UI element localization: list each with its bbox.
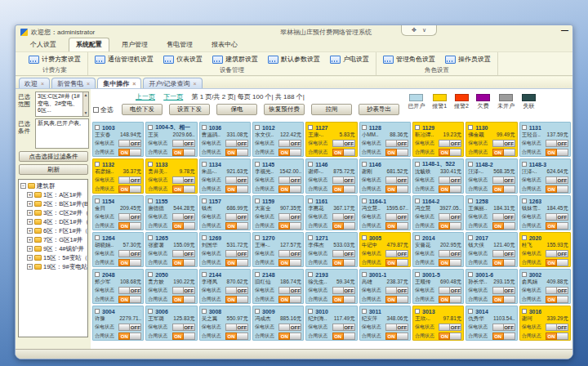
- protect-status-toggle[interactable]: OFF: [439, 176, 461, 184]
- card-checkbox[interactable]: [148, 162, 153, 167]
- close-icon[interactable]: ×: [87, 81, 90, 87]
- card-checkbox[interactable]: [202, 272, 207, 277]
- card-checkbox[interactable]: [255, 235, 260, 240]
- expand-box-icon[interactable]: +: [27, 237, 33, 243]
- card-checkbox[interactable]: [202, 309, 207, 314]
- card-checkbox[interactable]: [362, 162, 367, 167]
- chevron-down-icon[interactable]: ∨: [422, 27, 426, 33]
- protect-status-toggle[interactable]: OFF: [492, 287, 515, 294]
- close-status-toggle[interactable]: ON: [385, 333, 408, 340]
- tree-item-1[interactable]: +1区：A区1#井: [20, 190, 87, 199]
- card-checkbox[interactable]: [148, 309, 153, 314]
- close-status-toggle[interactable]: ON: [118, 259, 141, 266]
- protect-status-toggle[interactable]: OFF: [385, 324, 408, 331]
- protect-status-toggle[interactable]: OFF: [225, 324, 248, 331]
- protect-status-toggle[interactable]: OFF: [332, 287, 355, 294]
- close-status-toggle[interactable]: ON: [385, 149, 408, 156]
- card-checkbox[interactable]: [202, 162, 207, 167]
- protect-status-toggle[interactable]: OFF: [278, 176, 301, 184]
- card-checkbox[interactable]: [95, 199, 100, 203]
- close-status-toggle[interactable]: ON: [118, 222, 141, 230]
- card-checkbox[interactable]: [415, 235, 420, 240]
- card-checkbox[interactable]: [415, 162, 420, 167]
- doc-tab-3[interactable]: 集中操作×: [97, 78, 141, 88]
- close-status-toggle[interactable]: ON: [225, 222, 248, 230]
- card-checkbox[interactable]: [415, 125, 420, 130]
- protect-status-toggle[interactable]: OFF: [492, 213, 515, 221]
- close-status-toggle[interactable]: ON: [332, 222, 355, 230]
- close-status-toggle[interactable]: ON: [172, 222, 195, 230]
- menu-tab-1[interactable]: 个人设置: [24, 38, 63, 51]
- protect-status-toggle[interactable]: OFF: [385, 250, 408, 257]
- protect-status-toggle[interactable]: OFF: [546, 213, 568, 221]
- card-checkbox[interactable]: [95, 272, 100, 277]
- menu-tab-3[interactable]: 用户管理: [115, 38, 154, 51]
- close-status-toggle[interactable]: ON: [172, 333, 195, 340]
- protect-status-toggle[interactable]: OFF: [546, 176, 568, 184]
- protect-status-toggle[interactable]: OFF: [172, 213, 195, 221]
- card-checkbox[interactable]: [202, 199, 207, 203]
- protect-status-toggle[interactable]: OFF: [546, 140, 568, 147]
- close-status-toggle[interactable]: ON: [278, 149, 301, 156]
- next-page-link[interactable]: 下一页: [163, 93, 183, 100]
- card-checkbox[interactable]: [255, 199, 260, 203]
- close-status-toggle[interactable]: ON: [546, 222, 568, 230]
- refresh-button[interactable]: 刷新: [19, 164, 88, 175]
- toolbar-button-6[interactable]: 抄表导出: [359, 104, 399, 115]
- close-status-toggle[interactable]: ON: [492, 333, 515, 340]
- close-status-toggle[interactable]: ON: [225, 149, 248, 156]
- close-status-toggle[interactable]: ON: [385, 296, 408, 303]
- card-checkbox[interactable]: [522, 125, 527, 130]
- selected-range-box[interactable]: 3区:C区2#井 (1#变电、2#变电、6区... ▲ ▼: [35, 92, 89, 117]
- card-checkbox[interactable]: [468, 125, 473, 130]
- close-status-toggle[interactable]: ON: [278, 296, 301, 303]
- card-checkbox[interactable]: [468, 309, 473, 314]
- protect-status-toggle[interactable]: OFF: [385, 213, 408, 221]
- protect-status-toggle[interactable]: OFF: [278, 140, 301, 147]
- card-checkbox[interactable]: [468, 272, 473, 277]
- expand-box-icon[interactable]: +: [27, 246, 33, 252]
- close-status-toggle[interactable]: ON: [439, 333, 461, 340]
- toolbar-button-5[interactable]: 拉闸: [311, 104, 352, 115]
- scroll-up-icon[interactable]: ▲: [83, 92, 88, 98]
- card-checkbox[interactable]: [362, 235, 367, 240]
- close-icon[interactable]: ×: [41, 81, 44, 87]
- card-checkbox[interactable]: [308, 162, 313, 167]
- card-checkbox[interactable]: [202, 125, 207, 130]
- card-checkbox[interactable]: [522, 309, 527, 314]
- close-status-toggle[interactable]: ON: [118, 185, 141, 193]
- tree-item-5[interactable]: +6区：F区1#井（F区1#...: [20, 226, 87, 235]
- card-checkbox[interactable]: [255, 125, 260, 130]
- card-checkbox[interactable]: [308, 272, 313, 277]
- card-checkbox[interactable]: [308, 309, 313, 314]
- card-checkbox[interactable]: [415, 309, 420, 314]
- close-status-toggle[interactable]: ON: [439, 259, 461, 266]
- protect-status-toggle[interactable]: OFF: [492, 140, 515, 147]
- protect-status-toggle[interactable]: OFF: [225, 140, 248, 147]
- close-status-toggle[interactable]: ON: [118, 333, 141, 340]
- tree-item-4[interactable]: +4区：D区1#井（D区1...: [20, 217, 87, 226]
- protect-status-toggle[interactable]: OFF: [492, 324, 515, 331]
- close-status-toggle[interactable]: ON: [172, 296, 195, 303]
- card-checkbox[interactable]: [95, 309, 100, 314]
- card-checkbox[interactable]: [148, 235, 153, 240]
- ribbon-button[interactable]: 默认参数设置: [268, 55, 320, 64]
- protect-status-toggle[interactable]: OFF: [172, 324, 195, 331]
- protect-status-toggle[interactable]: OFF: [492, 250, 515, 257]
- card-checkbox[interactable]: [522, 199, 527, 203]
- protect-status-toggle[interactable]: OFF: [225, 287, 248, 294]
- card-checkbox[interactable]: [468, 235, 473, 240]
- tree-item-3[interactable]: +3区：C区2#井（1#变...: [20, 208, 87, 217]
- protect-status-toggle[interactable]: OFF: [118, 213, 141, 221]
- close-status-toggle[interactable]: ON: [172, 259, 195, 266]
- protect-status-toggle[interactable]: OFF: [385, 287, 408, 294]
- scrollbar[interactable]: ▲ ▼: [82, 92, 88, 116]
- close-status-toggle[interactable]: ON: [439, 185, 461, 193]
- close-status-toggle[interactable]: ON: [439, 222, 461, 230]
- close-status-toggle[interactable]: ON: [332, 296, 355, 303]
- close-status-toggle[interactable]: ON: [546, 333, 568, 340]
- scroll-down-icon[interactable]: ▼: [83, 110, 88, 116]
- ribbon-button[interactable]: 管理角色设置: [383, 55, 435, 64]
- close-status-toggle[interactable]: ON: [332, 185, 355, 193]
- close-status-toggle[interactable]: ON: [225, 259, 248, 266]
